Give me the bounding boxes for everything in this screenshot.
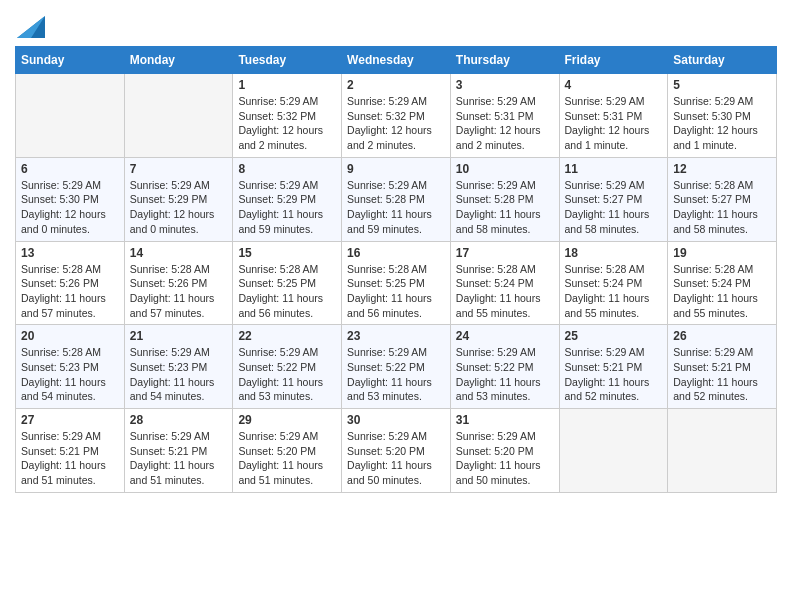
calendar-cell: 15Sunrise: 5:28 AM Sunset: 5:25 PM Dayli…: [233, 241, 342, 325]
header: [15, 10, 777, 38]
day-number: 14: [130, 246, 228, 260]
day-number: 23: [347, 329, 445, 343]
day-number: 1: [238, 78, 336, 92]
calendar-cell: [124, 74, 233, 158]
day-detail: Sunrise: 5:29 AM Sunset: 5:21 PM Dayligh…: [565, 345, 663, 404]
calendar-cell: 14Sunrise: 5:28 AM Sunset: 5:26 PM Dayli…: [124, 241, 233, 325]
header-sunday: Sunday: [16, 47, 125, 74]
day-number: 31: [456, 413, 554, 427]
day-number: 26: [673, 329, 771, 343]
day-number: 24: [456, 329, 554, 343]
day-number: 19: [673, 246, 771, 260]
calendar-cell: [559, 409, 668, 493]
day-number: 30: [347, 413, 445, 427]
calendar-cell: 21Sunrise: 5:29 AM Sunset: 5:23 PM Dayli…: [124, 325, 233, 409]
day-number: 15: [238, 246, 336, 260]
day-detail: Sunrise: 5:29 AM Sunset: 5:29 PM Dayligh…: [238, 178, 336, 237]
day-detail: Sunrise: 5:29 AM Sunset: 5:32 PM Dayligh…: [347, 94, 445, 153]
day-detail: Sunrise: 5:29 AM Sunset: 5:22 PM Dayligh…: [347, 345, 445, 404]
day-number: 8: [238, 162, 336, 176]
day-detail: Sunrise: 5:28 AM Sunset: 5:26 PM Dayligh…: [21, 262, 119, 321]
day-number: 27: [21, 413, 119, 427]
day-number: 21: [130, 329, 228, 343]
day-detail: Sunrise: 5:29 AM Sunset: 5:30 PM Dayligh…: [21, 178, 119, 237]
calendar-cell: 31Sunrise: 5:29 AM Sunset: 5:20 PM Dayli…: [450, 409, 559, 493]
day-detail: Sunrise: 5:28 AM Sunset: 5:24 PM Dayligh…: [456, 262, 554, 321]
calendar-cell: 6Sunrise: 5:29 AM Sunset: 5:30 PM Daylig…: [16, 157, 125, 241]
day-detail: Sunrise: 5:28 AM Sunset: 5:24 PM Dayligh…: [565, 262, 663, 321]
calendar-table: SundayMondayTuesdayWednesdayThursdayFrid…: [15, 46, 777, 493]
header-friday: Friday: [559, 47, 668, 74]
day-detail: Sunrise: 5:29 AM Sunset: 5:21 PM Dayligh…: [21, 429, 119, 488]
calendar-cell: 10Sunrise: 5:29 AM Sunset: 5:28 PM Dayli…: [450, 157, 559, 241]
day-detail: Sunrise: 5:29 AM Sunset: 5:28 PM Dayligh…: [456, 178, 554, 237]
day-detail: Sunrise: 5:29 AM Sunset: 5:30 PM Dayligh…: [673, 94, 771, 153]
logo: [15, 10, 45, 38]
day-detail: Sunrise: 5:29 AM Sunset: 5:20 PM Dayligh…: [456, 429, 554, 488]
calendar-week-1: 1Sunrise: 5:29 AM Sunset: 5:32 PM Daylig…: [16, 74, 777, 158]
day-number: 20: [21, 329, 119, 343]
calendar-cell: 24Sunrise: 5:29 AM Sunset: 5:22 PM Dayli…: [450, 325, 559, 409]
day-number: 28: [130, 413, 228, 427]
day-number: 3: [456, 78, 554, 92]
calendar-week-3: 13Sunrise: 5:28 AM Sunset: 5:26 PM Dayli…: [16, 241, 777, 325]
day-number: 17: [456, 246, 554, 260]
calendar-week-4: 20Sunrise: 5:28 AM Sunset: 5:23 PM Dayli…: [16, 325, 777, 409]
calendar-cell: 16Sunrise: 5:28 AM Sunset: 5:25 PM Dayli…: [342, 241, 451, 325]
calendar-cell: 22Sunrise: 5:29 AM Sunset: 5:22 PM Dayli…: [233, 325, 342, 409]
calendar-cell: 13Sunrise: 5:28 AM Sunset: 5:26 PM Dayli…: [16, 241, 125, 325]
calendar-cell: 30Sunrise: 5:29 AM Sunset: 5:20 PM Dayli…: [342, 409, 451, 493]
calendar-cell: 11Sunrise: 5:29 AM Sunset: 5:27 PM Dayli…: [559, 157, 668, 241]
page: SundayMondayTuesdayWednesdayThursdayFrid…: [0, 0, 792, 612]
calendar-cell: 20Sunrise: 5:28 AM Sunset: 5:23 PM Dayli…: [16, 325, 125, 409]
day-detail: Sunrise: 5:29 AM Sunset: 5:27 PM Dayligh…: [565, 178, 663, 237]
day-detail: Sunrise: 5:28 AM Sunset: 5:24 PM Dayligh…: [673, 262, 771, 321]
header-saturday: Saturday: [668, 47, 777, 74]
day-detail: Sunrise: 5:29 AM Sunset: 5:31 PM Dayligh…: [456, 94, 554, 153]
calendar-cell: 7Sunrise: 5:29 AM Sunset: 5:29 PM Daylig…: [124, 157, 233, 241]
logo-icon: [17, 6, 45, 38]
day-detail: Sunrise: 5:29 AM Sunset: 5:32 PM Dayligh…: [238, 94, 336, 153]
day-detail: Sunrise: 5:29 AM Sunset: 5:28 PM Dayligh…: [347, 178, 445, 237]
day-number: 4: [565, 78, 663, 92]
day-number: 13: [21, 246, 119, 260]
day-detail: Sunrise: 5:28 AM Sunset: 5:25 PM Dayligh…: [347, 262, 445, 321]
day-detail: Sunrise: 5:29 AM Sunset: 5:22 PM Dayligh…: [238, 345, 336, 404]
calendar-cell: [16, 74, 125, 158]
day-number: 25: [565, 329, 663, 343]
day-number: 22: [238, 329, 336, 343]
calendar-cell: 1Sunrise: 5:29 AM Sunset: 5:32 PM Daylig…: [233, 74, 342, 158]
day-number: 5: [673, 78, 771, 92]
header-tuesday: Tuesday: [233, 47, 342, 74]
day-detail: Sunrise: 5:29 AM Sunset: 5:22 PM Dayligh…: [456, 345, 554, 404]
day-detail: Sunrise: 5:29 AM Sunset: 5:31 PM Dayligh…: [565, 94, 663, 153]
day-detail: Sunrise: 5:29 AM Sunset: 5:21 PM Dayligh…: [673, 345, 771, 404]
calendar-cell: 8Sunrise: 5:29 AM Sunset: 5:29 PM Daylig…: [233, 157, 342, 241]
day-detail: Sunrise: 5:28 AM Sunset: 5:23 PM Dayligh…: [21, 345, 119, 404]
day-number: 29: [238, 413, 336, 427]
calendar-header-row: SundayMondayTuesdayWednesdayThursdayFrid…: [16, 47, 777, 74]
day-detail: Sunrise: 5:29 AM Sunset: 5:21 PM Dayligh…: [130, 429, 228, 488]
day-number: 7: [130, 162, 228, 176]
day-detail: Sunrise: 5:28 AM Sunset: 5:27 PM Dayligh…: [673, 178, 771, 237]
calendar-cell: 4Sunrise: 5:29 AM Sunset: 5:31 PM Daylig…: [559, 74, 668, 158]
calendar-cell: 29Sunrise: 5:29 AM Sunset: 5:20 PM Dayli…: [233, 409, 342, 493]
calendar-cell: 3Sunrise: 5:29 AM Sunset: 5:31 PM Daylig…: [450, 74, 559, 158]
calendar-cell: 28Sunrise: 5:29 AM Sunset: 5:21 PM Dayli…: [124, 409, 233, 493]
calendar-cell: [668, 409, 777, 493]
calendar-cell: 17Sunrise: 5:28 AM Sunset: 5:24 PM Dayli…: [450, 241, 559, 325]
day-number: 9: [347, 162, 445, 176]
calendar-week-5: 27Sunrise: 5:29 AM Sunset: 5:21 PM Dayli…: [16, 409, 777, 493]
calendar-cell: 27Sunrise: 5:29 AM Sunset: 5:21 PM Dayli…: [16, 409, 125, 493]
calendar-cell: 25Sunrise: 5:29 AM Sunset: 5:21 PM Dayli…: [559, 325, 668, 409]
calendar-cell: 5Sunrise: 5:29 AM Sunset: 5:30 PM Daylig…: [668, 74, 777, 158]
header-thursday: Thursday: [450, 47, 559, 74]
day-detail: Sunrise: 5:28 AM Sunset: 5:25 PM Dayligh…: [238, 262, 336, 321]
calendar-cell: 19Sunrise: 5:28 AM Sunset: 5:24 PM Dayli…: [668, 241, 777, 325]
day-number: 10: [456, 162, 554, 176]
calendar-cell: 2Sunrise: 5:29 AM Sunset: 5:32 PM Daylig…: [342, 74, 451, 158]
calendar-week-2: 6Sunrise: 5:29 AM Sunset: 5:30 PM Daylig…: [16, 157, 777, 241]
calendar-cell: 23Sunrise: 5:29 AM Sunset: 5:22 PM Dayli…: [342, 325, 451, 409]
header-monday: Monday: [124, 47, 233, 74]
calendar-cell: 9Sunrise: 5:29 AM Sunset: 5:28 PM Daylig…: [342, 157, 451, 241]
